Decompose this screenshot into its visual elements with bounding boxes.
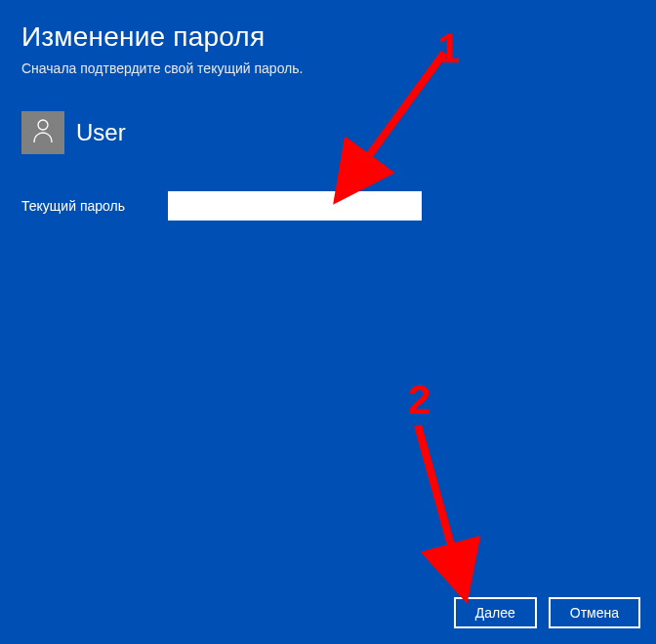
- page-subtitle: Сначала подтвердите свой текущий пароль.: [21, 60, 635, 76]
- avatar: [21, 111, 64, 154]
- current-password-input[interactable]: [168, 191, 422, 221]
- next-button[interactable]: Далее: [454, 597, 537, 628]
- page-title: Изменение пароля: [21, 21, 635, 53]
- user-block: User: [21, 111, 635, 154]
- person-icon: [31, 117, 55, 148]
- current-password-row: Текущий пароль: [21, 191, 635, 221]
- cancel-button[interactable]: Отмена: [549, 597, 640, 628]
- svg-point-0: [38, 120, 48, 130]
- current-password-label: Текущий пароль: [21, 198, 146, 214]
- annotation-number-2: 2: [408, 377, 430, 423]
- annotation-arrow-2: [398, 408, 496, 603]
- button-row: Далее Отмена: [454, 597, 640, 628]
- user-name: User: [76, 119, 126, 146]
- annotation-number-1: 1: [437, 25, 460, 72]
- svg-line-4: [418, 425, 459, 574]
